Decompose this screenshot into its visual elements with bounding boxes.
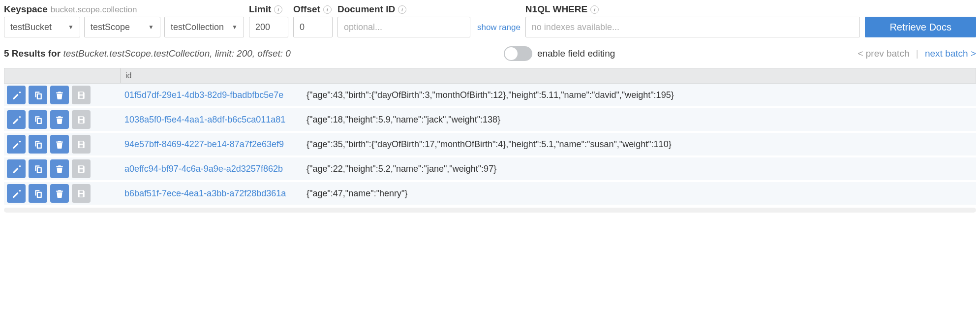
copy-button[interactable]	[29, 110, 47, 129]
n1ql-input[interactable]	[525, 17, 860, 37]
prev-batch-link: < prev batch	[858, 48, 909, 59]
row-actions	[4, 110, 120, 129]
offset-input[interactable]	[293, 17, 333, 37]
delete-button[interactable]	[50, 159, 69, 178]
trash-icon	[55, 189, 64, 198]
retrieve-button[interactable]: Retrieve Docs	[865, 17, 976, 37]
table-header: id	[4, 68, 976, 84]
copy-button[interactable]	[29, 184, 47, 203]
copy-button[interactable]	[29, 159, 47, 178]
chevron-down-icon: ▼	[68, 24, 74, 31]
trash-icon	[55, 140, 64, 149]
scope-select-value: testScope	[91, 22, 130, 32]
edit-button[interactable]	[7, 184, 26, 203]
table-body: 01f5d7df-29e1-4db3-82d9-fbadbfbc5e7e{"ag…	[4, 84, 976, 207]
pencil-icon	[12, 164, 21, 173]
info-icon[interactable]: i	[274, 5, 282, 14]
copy-icon	[33, 189, 42, 198]
edit-button[interactable]	[7, 110, 26, 129]
field-editing-label: enable field editing	[537, 48, 615, 59]
delete-button[interactable]	[50, 135, 69, 154]
keyspace-hint: bucket.scope.collection	[51, 5, 137, 15]
controls-bar: Keyspace bucket.scope.collection testBuc…	[4, 4, 976, 42]
docid-group: Document ID i	[337, 4, 470, 37]
pager-separator: |	[916, 48, 919, 59]
doc-content: {"age":22,"height":5.2,"name":"jane","we…	[306, 164, 976, 174]
trash-icon	[55, 91, 64, 99]
doc-content: {"age":47,"name":"henry"}	[306, 188, 976, 199]
info-icon[interactable]: i	[323, 5, 332, 14]
field-editing-toggle[interactable]	[504, 46, 532, 61]
row-actions	[4, 184, 120, 203]
copy-icon	[33, 164, 42, 173]
pencil-icon	[12, 189, 21, 198]
copy-icon	[33, 91, 42, 99]
save-button	[72, 110, 91, 129]
results-count: 5 Results for	[4, 48, 63, 59]
collection-select-value: testCollection	[171, 22, 224, 32]
doc-content: {"age":35,"birth":{"dayOfBirth":17,"mont…	[306, 139, 976, 150]
limit-label: Limit	[249, 4, 271, 15]
pencil-icon	[12, 91, 21, 99]
edit-button[interactable]	[7, 135, 26, 154]
bucket-select-value: testBucket	[10, 22, 52, 32]
save-button	[72, 86, 91, 104]
save-button	[72, 184, 91, 203]
doc-id-link[interactable]: 01f5d7df-29e1-4db3-82d9-fbadbfbc5e7e	[120, 90, 306, 100]
scope-select[interactable]: testScope ▼	[84, 17, 160, 37]
doc-id-link[interactable]: 94e57bff-8469-4227-be14-87a7f2e63ef9	[120, 139, 306, 150]
results-bar: 5 Results for testBucket.testScope.testC…	[4, 42, 976, 68]
row-actions	[4, 135, 120, 154]
doc-id-link[interactable]: 1038a5f0-f5e4-4aa1-a8df-b6c5ca011a81	[120, 115, 306, 125]
horizontal-scrollbar[interactable]	[4, 208, 976, 213]
save-button	[72, 135, 91, 154]
doc-content: {"age":43,"birth":{"dayOfBirth":3,"month…	[306, 90, 976, 100]
delete-button[interactable]	[50, 86, 69, 104]
save-icon	[77, 140, 86, 149]
collection-select[interactable]: testCollection ▼	[164, 17, 244, 37]
save-icon	[77, 115, 86, 124]
n1ql-group: N1QL WHERE i	[525, 4, 860, 37]
retrieve-group: Retrieve Docs	[865, 4, 976, 37]
save-icon	[77, 189, 86, 198]
keyspace-group: Keyspace bucket.scope.collection testBuc…	[4, 4, 244, 37]
trash-icon	[55, 115, 64, 124]
results-detail: testBucket.testScope.testCollection, lim…	[63, 48, 291, 59]
chevron-down-icon: ▼	[148, 24, 154, 31]
limit-input[interactable]	[249, 17, 288, 37]
delete-button[interactable]	[50, 184, 69, 203]
info-icon[interactable]: i	[590, 5, 599, 14]
docid-input[interactable]	[337, 17, 470, 37]
edit-button[interactable]	[7, 159, 26, 178]
show-range-link[interactable]: show range	[477, 23, 521, 32]
n1ql-label: N1QL WHERE	[525, 4, 587, 15]
copy-icon	[33, 140, 42, 149]
results-summary: 5 Results for testBucket.testScope.testC…	[4, 48, 291, 59]
limit-group: Limit i	[249, 4, 288, 37]
edit-button[interactable]	[7, 86, 26, 104]
trash-icon	[55, 164, 64, 173]
pencil-icon	[12, 115, 21, 124]
save-icon	[77, 91, 86, 99]
table-row: 94e57bff-8469-4227-be14-87a7f2e63ef9{"ag…	[4, 133, 976, 157]
doc-content: {"age":18,"height":5.9,"name":"jack","we…	[306, 115, 976, 125]
chevron-down-icon: ▼	[232, 24, 238, 31]
toggle-knob	[505, 47, 518, 60]
table-row: 1038a5f0-f5e4-4aa1-a8df-b6c5ca011a81{"ag…	[4, 108, 976, 133]
pencil-icon	[12, 140, 21, 149]
copy-button[interactable]	[29, 86, 47, 104]
delete-button[interactable]	[50, 110, 69, 129]
keyspace-label: Keyspace	[4, 4, 48, 15]
doc-id-link[interactable]: b6baf51f-7ece-4ea1-a3bb-a72f28bd361a	[120, 188, 306, 199]
copy-button[interactable]	[29, 135, 47, 154]
offset-label: Offset	[293, 4, 320, 15]
copy-icon	[33, 115, 42, 124]
save-button	[72, 159, 91, 178]
next-batch-link[interactable]: next batch >	[925, 48, 976, 59]
docid-label: Document ID	[337, 4, 395, 15]
bucket-select[interactable]: testBucket ▼	[4, 17, 80, 37]
save-icon	[77, 164, 86, 173]
row-actions	[4, 159, 120, 178]
doc-id-link[interactable]: a0effc94-bf97-4c6a-9a9e-a2d3257f862b	[120, 164, 306, 174]
info-icon[interactable]: i	[398, 5, 406, 14]
